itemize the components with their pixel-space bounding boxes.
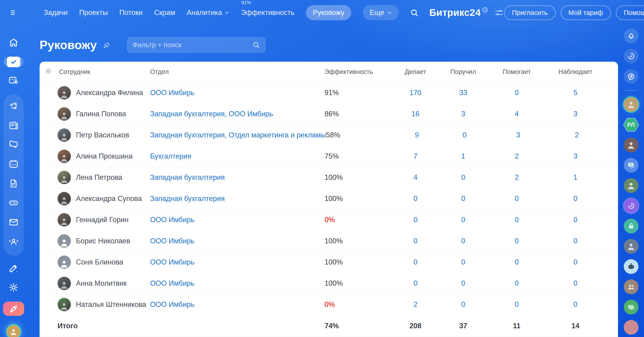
employee-name[interactable]: Анна Молитвик	[76, 279, 126, 288]
delegated-count[interactable]: 0	[463, 131, 466, 139]
department-link[interactable]: Западная бухгалтерия	[150, 173, 225, 182]
doing-count[interactable]: 0	[414, 194, 417, 202]
messenger-icon[interactable]	[624, 69, 638, 84]
delegated-count[interactable]: 0	[461, 258, 465, 266]
table-row[interactable]: Галина Попова Западная бухгалтерия, ООО …	[40, 103, 618, 124]
helping-count[interactable]: 0	[515, 258, 518, 266]
table-row[interactable]: Лена Петрова Западная бухгалтерия 100% 4…	[40, 167, 618, 188]
market-rocket-button[interactable]	[3, 302, 24, 316]
watching-count[interactable]: 3	[573, 110, 577, 118]
employee-name[interactable]: Лена Петрова	[76, 173, 122, 182]
department-link[interactable]: ООО Имбирь	[150, 258, 194, 266]
department-link[interactable]: ООО Имбирь	[150, 88, 194, 97]
col-efficiency[interactable]: Эффективность	[324, 68, 394, 76]
bitrix24-logo[interactable]: Битрикс24	[429, 8, 488, 18]
helping-count[interactable]: 0	[515, 300, 518, 308]
doing-count[interactable]: 0	[414, 279, 417, 287]
tab-rukovozhu[interactable]: Руковожу	[306, 5, 351, 20]
recent-contact-avatar[interactable]	[624, 178, 638, 193]
invite-button[interactable]: Пригласить	[504, 6, 556, 20]
delegated-count[interactable]: 0	[461, 237, 465, 245]
menu-hamburger-icon[interactable]	[9, 9, 18, 16]
doing-count[interactable]: 170	[410, 88, 422, 97]
department-link[interactable]: ООО Имбирь	[150, 279, 194, 287]
helping-count[interactable]: 0	[515, 216, 518, 224]
nav-scrum[interactable]: Скрам	[154, 8, 175, 17]
watching-count[interactable]: 5	[573, 88, 577, 97]
table-row[interactable]: Соня Блинова ООО Имбирь 100% 0 0 0 0	[40, 252, 618, 273]
employee-name[interactable]: Геннадий Горин	[76, 216, 128, 224]
watching-count[interactable]: 0	[573, 279, 577, 287]
watching-count[interactable]: 0	[573, 216, 577, 224]
planner-icon[interactable]	[8, 75, 19, 86]
collab-icon[interactable]	[8, 101, 19, 112]
filter-search-box[interactable]	[127, 37, 266, 52]
col-watching[interactable]: Наблюдает	[544, 68, 606, 76]
watching-count[interactable]: 0	[573, 258, 577, 266]
department-link[interactable]: Западная бухгалтерия, Отдел маркетинга и…	[150, 131, 326, 139]
col-delegated[interactable]: Поручил	[437, 68, 489, 76]
calendar-icon[interactable]	[8, 159, 19, 170]
doing-count[interactable]: 16	[412, 110, 419, 118]
watching-count[interactable]: 3	[573, 152, 577, 160]
department-link[interactable]: ООО Имбирь	[150, 237, 194, 245]
feed-icon[interactable]	[8, 120, 19, 131]
employee-avatar[interactable]	[58, 256, 71, 269]
employee-avatar[interactable]	[58, 150, 71, 163]
my-tariff-button[interactable]: Мой тариф	[561, 6, 611, 20]
sidebar-item-tasks-active[interactable]	[4, 57, 24, 67]
col-department[interactable]: Отдел	[150, 68, 324, 76]
nav-flows[interactable]: Потоки	[120, 8, 143, 17]
watching-count[interactable]: 0	[573, 194, 577, 202]
employee-avatar[interactable]	[58, 277, 71, 290]
watching-count[interactable]: 0	[573, 237, 577, 245]
department-link[interactable]: Западная бухгалтерия, ООО Имбирь	[150, 110, 273, 118]
settings-gear-icon[interactable]	[8, 282, 19, 293]
doing-count[interactable]: 2	[414, 300, 417, 308]
department-link[interactable]: ООО Имбирь	[150, 216, 194, 224]
watching-count[interactable]: 0	[573, 300, 577, 308]
pin-icon[interactable]	[103, 41, 111, 50]
filter-search-input[interactable]	[132, 41, 252, 49]
tab-more[interactable]: Еще	[363, 5, 399, 20]
recent-contact-avatar[interactable]	[624, 320, 638, 335]
delegated-count[interactable]: 0	[461, 279, 465, 287]
recent-contact-avatar[interactable]	[624, 138, 638, 152]
doing-count[interactable]: 7	[414, 152, 417, 160]
home-icon[interactable]	[8, 37, 19, 48]
doing-count[interactable]: 0	[414, 258, 417, 266]
contacts-card-icon[interactable]	[624, 300, 638, 314]
notifications-bell-icon[interactable]	[624, 28, 638, 43]
delegated-count[interactable]: 0	[461, 173, 465, 182]
doing-count[interactable]: 4	[414, 173, 417, 182]
sliders-icon[interactable]	[494, 8, 504, 18]
delegated-count[interactable]: 0	[461, 194, 465, 202]
search-icon[interactable]	[410, 8, 419, 17]
employee-avatar[interactable]	[58, 128, 71, 142]
mail-icon[interactable]	[8, 217, 19, 228]
table-row[interactable]: Петр Васильков Западная бухгалтерия, Отд…	[40, 124, 618, 146]
employee-avatar[interactable]	[58, 234, 71, 248]
bot-avatar[interactable]	[624, 259, 638, 274]
department-link[interactable]: Бухгалтерия	[150, 152, 191, 160]
secure-chat-lock-icon[interactable]	[624, 219, 638, 234]
copilot-icon[interactable]	[624, 49, 638, 64]
table-row[interactable]: Анна Молитвик ООО Имбирь 100% 0 0 0 0	[40, 273, 618, 294]
col-doing[interactable]: Делает	[394, 68, 437, 76]
employee-name[interactable]: Александра Филина	[76, 88, 143, 97]
nav-efficiency[interactable]: 91% Эффективность	[241, 8, 294, 17]
department-link[interactable]: Западная бухгалтерия	[150, 194, 225, 202]
document-icon[interactable]	[8, 178, 19, 189]
watching-count[interactable]: 2	[575, 131, 579, 139]
copilot-chat-icon[interactable]	[624, 198, 638, 213]
helping-count[interactable]: 3	[516, 131, 520, 139]
employee-avatar[interactable]	[58, 171, 71, 184]
edit-pencil-icon[interactable]	[8, 263, 19, 274]
doing-count[interactable]: 0	[414, 237, 417, 245]
nav-analytics[interactable]: Аналитика	[187, 8, 229, 17]
helping-count[interactable]: 2	[515, 152, 518, 160]
employee-name[interactable]: Галина Попова	[76, 110, 126, 118]
chat-icon[interactable]	[8, 140, 19, 150]
nav-tasks[interactable]: Задачи	[44, 8, 68, 17]
employee-name[interactable]: Борис Николаев	[76, 237, 130, 245]
